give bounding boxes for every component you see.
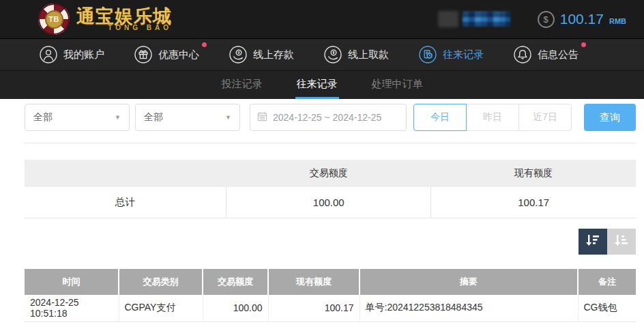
tab-transaction-records[interactable]: 往来记录 [295, 71, 339, 99]
user-avatar-blur [438, 11, 458, 27]
today-button[interactable]: 今日 [413, 104, 467, 131]
date-range-value: 2024-12-25 ~ 2024-12-25 [273, 112, 381, 123]
chevron-down-icon: ▼ [225, 114, 231, 121]
main-nav: 我的账户 优惠中心 线上存款 [0, 39, 644, 71]
nav-item-transaction-records[interactable]: 往来记录 [419, 46, 484, 63]
deposit-icon [229, 46, 247, 63]
dollar-coin-icon: $ [538, 11, 555, 28]
filter-bar: 全部 ▼ 全部 ▼ 2024-12-25 ~ 2024-12-25 今日 昨日 … [25, 104, 636, 131]
gift-icon [134, 46, 152, 63]
nav-label: 优惠中心 [158, 48, 199, 61]
nav-label: 线上存款 [253, 48, 294, 61]
notification-dot [202, 42, 207, 47]
brand-logo[interactable]: 通宝娱乐城 TONG BAO [76, 7, 172, 31]
nav-label: 往来记录 [443, 48, 484, 61]
sort-descending-button[interactable] [579, 229, 607, 255]
withdraw-icon [324, 46, 342, 63]
brand-name-cn: 通宝娱乐城 [76, 7, 172, 26]
cell-transaction-amount: 100.00 [203, 295, 268, 322]
records-icon [419, 46, 437, 63]
search-button[interactable]: 查询 [584, 104, 636, 131]
sort-amount-desc-icon [585, 233, 600, 249]
quick-date-buttons: 今日 昨日 近7日 [413, 104, 572, 131]
bell-icon [514, 46, 531, 63]
calendar-icon [257, 111, 267, 124]
col-header-remark: 备注 [578, 269, 636, 295]
nav-item-withdraw[interactable]: 线上取款 [324, 46, 389, 63]
username-blur [463, 12, 510, 27]
yesterday-button[interactable]: 昨日 [466, 104, 519, 131]
user-icon [40, 46, 57, 63]
brand-name-en: TONG BAO [76, 24, 172, 31]
summary-total-balance: 100.17 [431, 187, 636, 218]
tab-pending-orders[interactable]: 处理中订单 [370, 71, 424, 99]
cell-remark: CG钱包 [578, 295, 636, 322]
summary-table: 交易额度 现有额度 总计 100.00 100.17 [25, 160, 636, 218]
content-area: 全部 ▼ 全部 ▼ 2024-12-25 ~ 2024-12-25 今日 昨日 … [0, 104, 644, 322]
date-range-input[interactable]: 2024-12-25 ~ 2024-12-25 [250, 104, 407, 131]
sort-amount-asc-icon [614, 233, 629, 249]
balance-amount: 100.17 [560, 11, 604, 27]
type-filter-dropdown-1[interactable]: 全部 ▼ [25, 104, 130, 131]
nav-item-announcements[interactable]: 信息公告 [514, 46, 579, 63]
type-filter-dropdown-2[interactable]: 全部 ▼ [135, 104, 240, 131]
nav-label: 信息公告 [538, 48, 579, 61]
cell-summary: 单号:202412253818484345 [360, 295, 578, 322]
col-header-transaction-type: 交易类别 [119, 269, 203, 295]
table-row: 2024-12-25 10:51:18 CGPAY支付 100.00 100.1… [25, 295, 636, 322]
nav-item-my-account[interactable]: 我的账户 [40, 46, 104, 63]
summary-header-current-balance: 现有额度 [431, 160, 636, 187]
username-redacted [438, 11, 510, 27]
summary-header-empty [25, 160, 226, 187]
summary-total-row: 总计 100.00 100.17 [25, 187, 636, 218]
record-tabs: 投注记录 往来记录 处理中订单 [0, 71, 644, 99]
table-header-row: 时间 交易类别 交易额度 现有额度 摘要 备注 [25, 269, 636, 295]
col-header-current-balance: 现有额度 [268, 269, 360, 295]
nav-item-promotions[interactable]: 优惠中心 [134, 46, 199, 63]
cell-time: 2024-12-25 10:51:18 [25, 295, 119, 322]
cell-transaction-type: CGPAY支付 [119, 295, 203, 322]
transactions-table: 时间 交易类别 交易额度 现有额度 摘要 备注 2024-12-25 10:51… [25, 269, 636, 323]
chevron-down-icon: ▼ [115, 114, 121, 121]
top-header: TB 通宝娱乐城 TONG BAO $ 100.17 RMB [0, 0, 644, 39]
notification-dot [581, 42, 586, 47]
balance-unit: RMB [609, 17, 626, 25]
col-header-summary: 摘要 [360, 269, 578, 295]
summary-header-transaction-amount: 交易额度 [226, 160, 431, 187]
cell-current-balance: 100.17 [268, 295, 360, 322]
dropdown-value: 全部 [144, 111, 163, 124]
nav-item-deposit[interactable]: 线上存款 [229, 46, 294, 63]
summary-total-label: 总计 [25, 187, 226, 218]
summary-total-transaction: 100.00 [226, 187, 431, 218]
sort-controls [25, 229, 636, 255]
col-header-time: 时间 [25, 269, 119, 295]
sort-ascending-button[interactable] [607, 229, 636, 255]
balance-display[interactable]: $ 100.17 RMB [538, 11, 626, 28]
summary-header-row: 交易额度 现有额度 [25, 160, 636, 187]
nav-label: 我的账户 [63, 48, 104, 61]
logo-chip-icon[interactable]: TB [38, 3, 70, 35]
tab-bet-records[interactable]: 投注记录 [220, 71, 264, 99]
dropdown-value: 全部 [33, 111, 53, 124]
nav-label: 线上取款 [348, 48, 389, 61]
last7days-button[interactable]: 近7日 [518, 104, 572, 131]
section-divider [25, 143, 636, 143]
logo-chip-label: TB [45, 10, 63, 29]
col-header-transaction-amount: 交易额度 [203, 269, 268, 295]
